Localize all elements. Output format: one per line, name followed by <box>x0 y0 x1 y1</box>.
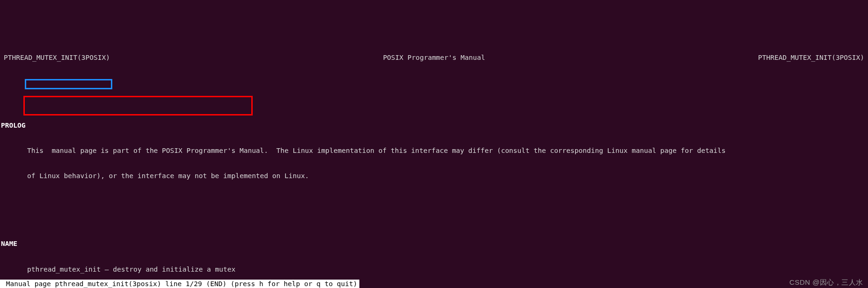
status-bar[interactable]: Manual page pthread_mutex_init(3posix) l… <box>0 280 359 288</box>
header-left: PTHREAD_MUTEX_INIT(3POSIX) <box>4 53 110 62</box>
header-line: PTHREAD_MUTEX_INIT(3POSIX) POSIX Program… <box>0 52 868 62</box>
header-center: POSIX Programmer's Manual <box>383 53 485 62</box>
prolog-header: PROLOG <box>0 121 868 130</box>
name-header: NAME <box>0 239 868 248</box>
prolog-text-1: This manual page is part of the POSIX Pr… <box>0 146 868 155</box>
header-right: PTHREAD_MUTEX_INIT(3POSIX) <box>758 53 864 62</box>
man-page-content: PTHREAD_MUTEX_INIT(3POSIX) POSIX Program… <box>0 34 868 288</box>
name-text: pthread_mutex_init — destroy and initial… <box>0 265 868 274</box>
prolog-text-2: of Linux behavior), or the interface may… <box>0 172 868 180</box>
csdn-watermark: CSDN @因心，三人水 <box>789 278 863 287</box>
